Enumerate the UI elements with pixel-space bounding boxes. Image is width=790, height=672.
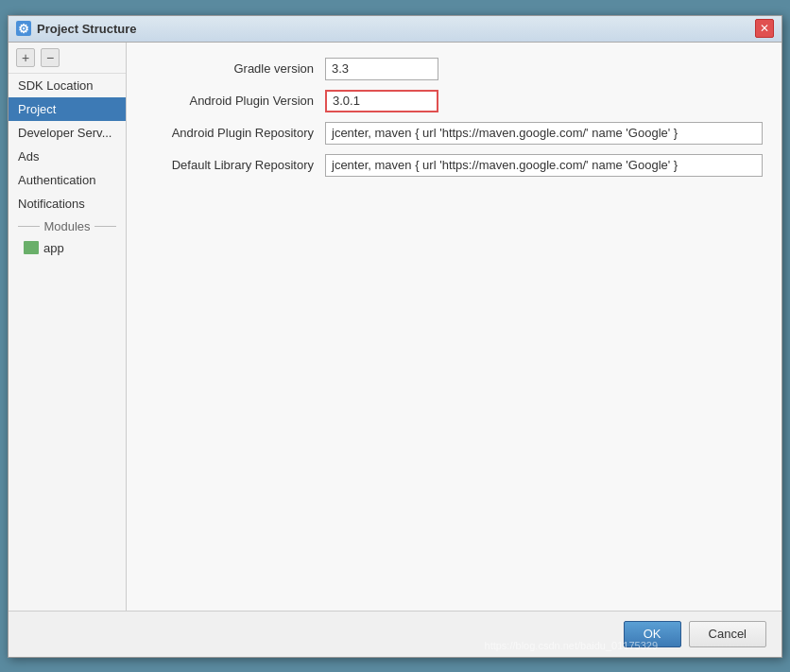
plugin-repo-label: Android Plugin Repository (146, 126, 325, 140)
content-area: + − SDK Location Project Developer Serv.… (9, 43, 781, 611)
window-icon: ⚙ (16, 21, 31, 36)
sidebar-item-developer-services[interactable]: Developer Serv... (9, 121, 126, 145)
gradle-version-input[interactable] (325, 58, 438, 80)
remove-button[interactable]: − (41, 48, 60, 67)
sidebar-item-sdk-location[interactable]: SDK Location (9, 74, 126, 97)
plugin-repo-value: jcenter, maven { url 'https://maven.goog… (325, 122, 763, 145)
library-repo-label: Default Library Repository (146, 158, 325, 172)
plugin-version-input[interactable] (325, 90, 438, 112)
bottom-bar: OK Cancel (9, 611, 781, 657)
modules-section-header: Modules (9, 215, 126, 237)
sidebar-item-ads[interactable]: Ads (9, 145, 126, 168)
add-button[interactable]: + (16, 48, 35, 67)
main-panel: Gradle version Android Plugin Version An… (127, 43, 781, 611)
sidebar-item-authentication[interactable]: Authentication (9, 168, 126, 192)
sidebar-item-app[interactable]: app (9, 237, 126, 259)
sidebar: + − SDK Location Project Developer Serv.… (9, 43, 127, 611)
sidebar-item-project[interactable]: Project (9, 97, 126, 121)
plugin-version-label: Android Plugin Version (146, 94, 325, 108)
sidebar-toolbar: + − (9, 43, 126, 74)
cancel-button[interactable]: Cancel (689, 621, 766, 647)
sidebar-item-notifications[interactable]: Notifications (9, 192, 126, 215)
project-structure-dialog: ⚙ Project Structure ✕ + − SDK Location P… (8, 15, 782, 658)
gradle-version-label: Gradle version (146, 61, 325, 76)
plugin-repo-row: Android Plugin Repository jcenter, maven… (146, 122, 763, 145)
close-button[interactable]: ✕ (755, 19, 774, 38)
library-repo-row: Default Library Repository jcenter, mave… (146, 154, 763, 177)
library-repo-value: jcenter, maven { url 'https://maven.goog… (325, 154, 763, 177)
gradle-version-row: Gradle version (146, 58, 763, 80)
plugin-version-row: Android Plugin Version (146, 90, 763, 112)
watermark: https://blog.csdn.net/baidu_01175329 (485, 640, 658, 651)
window-title: Project Structure (37, 22, 755, 36)
title-bar: ⚙ Project Structure ✕ (9, 16, 781, 43)
module-icon (24, 241, 39, 254)
